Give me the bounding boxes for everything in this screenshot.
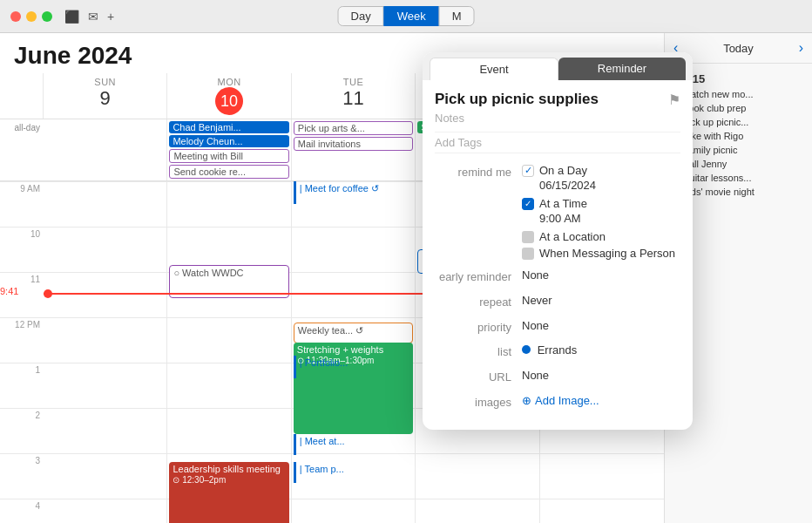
list-label: list (435, 343, 522, 362)
at-a-location-label[interactable]: At a Location (539, 230, 606, 243)
priority-label: priority (435, 319, 522, 337)
popup-notes[interactable]: Notes (435, 112, 680, 125)
tab-month[interactable]: M (439, 6, 475, 26)
day-header-mon[interactable]: MON 10 (167, 73, 291, 119)
add-icon: ⊕ (522, 394, 531, 407)
col-mon: ○ Watch WWDC Leadership skills meeting⊙ … (167, 181, 291, 523)
popup-tags[interactable]: Add Tags (435, 132, 680, 153)
on-a-day-label[interactable]: On a Day (539, 164, 587, 177)
popup-tabs: Event Reminder (423, 52, 693, 80)
popup-list-row: list Errands (435, 343, 680, 362)
remind-me-value: ✓ On a Day 06/15/2024 ✓ At a Time 9:00 A… (522, 164, 680, 262)
time-1pm: 1 (0, 363, 44, 408)
fullscreen-button[interactable] (42, 11, 52, 22)
popup-title: Pick up picnic supplies (435, 91, 599, 108)
at-a-location-row: At a Location (522, 230, 680, 243)
all-day-label: all-day (0, 119, 44, 180)
sidebar-toggle-icon[interactable]: ⬛ (64, 10, 79, 24)
date-value[interactable]: 06/15/2024 (522, 179, 680, 192)
traffic-lights (10, 11, 52, 22)
popup-title-row: Pick up picnic supplies ⚑ (435, 91, 680, 108)
on-a-day-check[interactable]: ✓ (522, 165, 534, 177)
at-a-location-check[interactable] (522, 231, 534, 243)
url-value[interactable]: None (522, 369, 680, 382)
when-messaging-check[interactable] (522, 248, 534, 260)
event-pick-up-arts[interactable]: Pick up arts &... (294, 121, 413, 135)
event-leadership[interactable]: Leadership skills meeting⊙ 12:30–2pm (169, 462, 288, 523)
when-messaging-row: When Messaging a Person (522, 247, 680, 260)
flag-button[interactable]: ⚑ (668, 92, 680, 108)
event-mail-invitations[interactable]: Mail invitations (294, 137, 413, 151)
at-a-time-check[interactable]: ✓ (522, 198, 534, 210)
titlebar-actions: ⬛ ✉ + (64, 10, 114, 24)
inbox-icon[interactable]: ✉ (88, 10, 98, 24)
close-button[interactable] (10, 11, 21, 22)
minimize-button[interactable] (26, 11, 37, 22)
at-a-time-row: ✓ At a Time (522, 197, 680, 210)
popup-url-row: URL None (435, 369, 680, 387)
tab-week[interactable]: Week (384, 6, 439, 26)
current-time-dot (44, 289, 52, 298)
when-messaging-label[interactable]: When Messaging a Person (539, 247, 675, 260)
view-tabs: Day Week M (338, 6, 475, 26)
time-3pm: 3 (0, 453, 44, 499)
tab-event[interactable]: Event (430, 58, 558, 80)
at-a-time-label[interactable]: At a Time (539, 197, 587, 210)
early-reminder-label: early reminder (435, 268, 522, 287)
today-button[interactable]: Today (723, 42, 754, 55)
event-melody-cheung[interactable]: Melody Cheun... (169, 135, 288, 147)
add-image-button[interactable]: ⊕ Add Image... (522, 394, 680, 407)
list-dot (522, 345, 531, 354)
event-label: Watch new mo... (682, 89, 754, 99)
popup-images-row: images ⊕ Add Image... (435, 394, 680, 412)
remind-me-label: remind me (435, 164, 522, 182)
priority-value[interactable]: None (522, 319, 680, 332)
event-meeting-bill[interactable]: Meeting with Bill (169, 149, 288, 163)
early-reminder-value[interactable]: None (522, 268, 680, 282)
event-label: Kids' movie night (682, 187, 754, 197)
popup-body: Pick up picnic supplies ⚑ Notes Add Tags… (423, 80, 693, 430)
col-tue: | Meet for coffee ↺ Weekly tea... ↺ Stre… (292, 181, 416, 523)
time-4pm: 4 (0, 499, 44, 523)
url-label: URL (435, 369, 522, 387)
next-month-button[interactable]: › (799, 40, 803, 56)
repeat-value[interactable]: Never (522, 294, 680, 307)
images-value: ⊕ Add Image... (522, 394, 680, 407)
list-name: Errands (538, 343, 578, 357)
event-portfolio[interactable]: | Portfolio... (294, 356, 413, 378)
on-a-day-row: ✓ On a Day (522, 164, 680, 177)
popup-early-reminder-row: early reminder None (435, 268, 680, 287)
event-weekly-tea[interactable]: Weekly tea... ↺ (294, 323, 413, 343)
day-header-sun[interactable]: SUN 9 (44, 73, 167, 119)
tab-day[interactable]: Day (338, 6, 384, 26)
event-meet-at[interactable]: | Meet at... (294, 434, 413, 455)
list-value[interactable]: Errands (522, 343, 680, 357)
month-name: June (14, 42, 71, 69)
images-label: images (435, 394, 522, 412)
all-day-mon: Chad Benjami... Melody Cheun... Meeting … (167, 119, 291, 180)
popup-priority-row: priority None (435, 319, 680, 337)
add-image-label: Add Image... (535, 394, 599, 407)
time-2pm: 2 (0, 408, 44, 453)
year-name: 2024 (78, 42, 132, 69)
event-team-p[interactable]: | Team p... (294, 462, 413, 483)
event-chad-benjamin[interactable]: Chad Benjami... (169, 121, 288, 133)
event-send-cookie[interactable]: Send cookie re... (169, 165, 288, 179)
time-labels-col: 9 AM 10 11 12 PM 1 2 3 4 5 6 (0, 181, 44, 523)
event-meet-coffee[interactable]: | Meet for coffee ↺ (294, 181, 413, 204)
tab-reminder[interactable]: Reminder (558, 58, 686, 80)
time-value[interactable]: 9:00 AM (522, 212, 680, 225)
time-10: 10 (0, 227, 44, 272)
popup-repeat-row: repeat Never (435, 294, 680, 312)
all-day-tue: Pick up arts &... Mail invitations (292, 119, 416, 180)
time-12pm: 12 PM (0, 317, 44, 363)
time-9am: 9 AM (0, 181, 44, 227)
add-icon[interactable]: + (107, 10, 114, 24)
col-sun (44, 181, 167, 523)
day-header-tue[interactable]: TUE 11 (292, 73, 416, 119)
popup-remind-me-row: remind me ✓ On a Day 06/15/2024 ✓ At a (435, 164, 680, 262)
repeat-label: repeat (435, 294, 522, 312)
all-day-sun (44, 119, 167, 180)
reminder-popup[interactable]: Event Reminder Pick up picnic supplies ⚑… (423, 52, 693, 430)
titlebar: ⬛ ✉ + Day Week M (0, 0, 812, 33)
